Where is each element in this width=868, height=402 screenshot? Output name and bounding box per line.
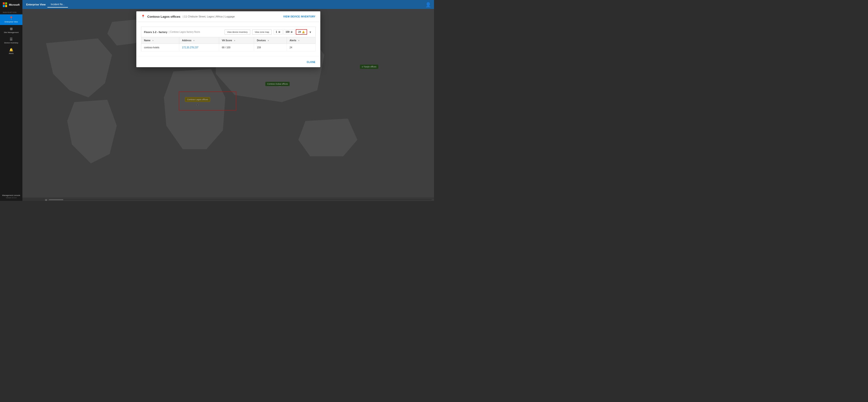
section-actions: View device inventory View zone map 1 🖥 … — [224, 29, 312, 35]
management-console-label: Management console — [2, 194, 21, 196]
sidebar-item-device-inventory[interactable]: ☰ Device Inventory — [0, 35, 22, 46]
section-expand-button[interactable]: ▾ — [308, 30, 312, 34]
enterprise-view-icon: 📍 — [9, 16, 13, 20]
site-detail-modal: 📍 Contoso Lagos offices | 11 Chidozie St… — [136, 11, 320, 67]
sidebar-item-label: Site Management — [4, 31, 19, 34]
col-header-va-score: VA Score ▼ — [219, 37, 254, 44]
map-container: o Tianjin offices Contoso Dubai offices … — [22, 9, 434, 201]
section-subtitle: | Contoso Lagos factory floors — [169, 31, 200, 33]
view-device-inventory-header-button[interactable]: VIEW DEVICE INVENTORY — [283, 15, 316, 18]
modal-body: Floors 1-2 - factory | Contoso Lagos fac… — [136, 22, 320, 56]
modal-title-section: 📍 Contoso Lagos offices | 11 Chidozie St… — [141, 14, 235, 19]
sort-icon-name: ▼ — [152, 40, 154, 42]
stat-alerts: 24 🔔 — [296, 29, 307, 35]
stat-devices-total: 159 🖥 — [283, 30, 295, 34]
device-inventory-icon: ☰ — [10, 37, 13, 41]
sidebar-item-site-management[interactable]: ⊞ Site Management — [0, 25, 22, 36]
sidebar-item-alerts[interactable]: 🔔 Alerts — [0, 46, 22, 57]
modal-header: 📍 Contoso Lagos offices | 11 Chidozie St… — [136, 11, 320, 22]
sort-icon-devices: ▼ — [268, 40, 269, 42]
view-zone-map-button[interactable]: View zone map — [252, 30, 272, 35]
modal-site-title: Contoso Lagos offices — [148, 15, 181, 19]
floor-section-header: Floors 1-2 - factory | Contoso Lagos fac… — [141, 27, 316, 37]
page-title: Enterprise View — [26, 3, 45, 6]
close-modal-button[interactable]: CLOSE — [307, 61, 316, 63]
sidebar-bottom: Management console Version 22.3.4 — [0, 192, 22, 201]
modal-overlay: 📍 Contoso Lagos offices | 11 Chidozie St… — [22, 9, 434, 201]
header-tab-incident[interactable]: Incident Re... — [48, 2, 68, 7]
user-avatar[interactable]: 👤 — [425, 2, 431, 7]
selected-devices-count: 1 — [276, 31, 277, 33]
stat-devices-selected: 1 🖥 — [274, 30, 283, 34]
section-title-text: Floors 1-2 - factory | Contoso Lagos fac… — [144, 31, 200, 33]
header-bar: Enterprise View Incident Re... — [22, 0, 434, 9]
cell-name: contoso-hotels — [141, 44, 179, 52]
sidebar-item-label: Enterprise View — [5, 21, 18, 23]
sidebar-item-label: Alerts — [9, 52, 13, 55]
cell-address: 172.20.278.237 — [179, 44, 219, 52]
col-header-address: Address ▼ — [179, 37, 219, 44]
modal-site-address: | 11 Chidozie Street, Lagos | Africa | L… — [183, 15, 235, 18]
address-link[interactable]: 172.20.278.237 — [182, 46, 198, 49]
table-header-row: Name ▼ Address ▼ VA Score ▼ — [141, 37, 315, 44]
floors-table: Name ▼ Address ▼ VA Score ▼ — [141, 37, 316, 52]
alerts-count: 24 — [298, 31, 301, 33]
sidebar-item-enterprise-view[interactable]: 📍 Enterprise View — [0, 14, 22, 25]
sort-icon-alerts: ▼ — [298, 40, 300, 42]
bell-icon: 🔔 — [302, 31, 305, 33]
alerts-icon: 🔔 — [9, 48, 13, 52]
monitor-solid-icon: 🖥 — [278, 31, 280, 33]
table-row: contoso-hotels 172.20.278.237 68 / 100 1… — [141, 44, 315, 52]
col-header-alerts: Alerts ▼ — [286, 37, 315, 44]
sort-icon-va-score: ▼ — [234, 40, 236, 42]
main-content: Enterprise View Incident Re... — [22, 0, 434, 201]
cell-va-score: 68 / 100 — [219, 44, 254, 52]
microsoft-logo-icon — [3, 2, 7, 7]
nav-section-label: NAVIGATION — [0, 9, 22, 14]
monitor-outline-icon: 🖥 — [290, 31, 293, 33]
app-name: Microsoft — [9, 4, 20, 6]
modal-footer: CLOSE — [136, 56, 320, 67]
sidebar-item-label: Device Inventory — [4, 42, 19, 44]
total-devices-count: 159 — [286, 31, 290, 33]
location-pin-icon: 📍 — [141, 14, 145, 19]
cell-alerts: 24 — [286, 44, 315, 52]
view-device-inventory-button[interactable]: View device inventory — [224, 30, 250, 35]
section-stats: 1 🖥 159 🖥 24 🔔 — [274, 29, 312, 35]
site-management-icon: ⊞ — [10, 27, 13, 31]
app-logo: Microsoft — [0, 0, 22, 9]
col-header-devices: Devices ▼ — [254, 37, 287, 44]
col-header-name: Name ▼ — [141, 37, 179, 44]
version-label: Version 22.3.4 — [2, 197, 21, 199]
sidebar: Microsoft NAVIGATION 📍 Enterprise View ⊞… — [0, 0, 22, 201]
cell-devices: 159 — [254, 44, 287, 52]
sort-icon-address: ▼ — [193, 40, 195, 42]
